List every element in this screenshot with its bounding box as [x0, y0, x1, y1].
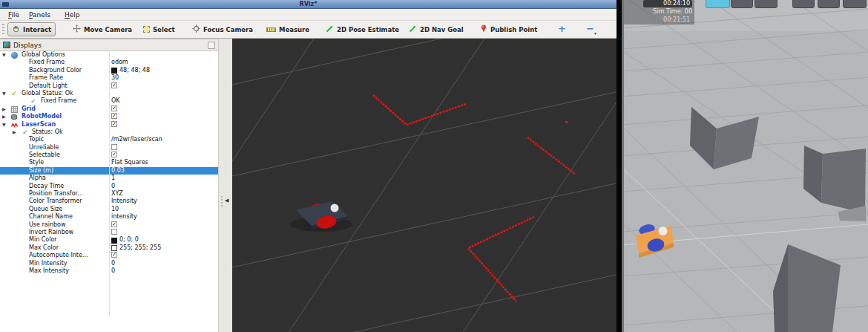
checkbox-checked[interactable]: ✓	[111, 121, 117, 127]
checkbox-checked[interactable]: ✓	[111, 252, 117, 258]
property-value[interactable]	[111, 144, 117, 150]
panel-resize-strip[interactable]: ◀	[218, 39, 232, 332]
checkbox-checked[interactable]: ✓	[111, 105, 117, 111]
color-swatch	[111, 68, 117, 74]
property-name: Default Light	[29, 82, 68, 90]
gazebo-toolbar-button-4[interactable]	[792, 0, 815, 8]
property-value[interactable]: odom	[111, 59, 128, 66]
tool-publish-point[interactable]: Publish Point	[476, 22, 541, 36]
checkbox-unchecked[interactable]	[111, 229, 117, 235]
value-text: 30	[111, 74, 119, 82]
expander-closed-icon[interactable]: ▶	[2, 105, 6, 113]
property-name: Selectable	[29, 152, 60, 159]
property-value[interactable]: 255; 255; 255	[111, 244, 161, 252]
expander-open-icon[interactable]: ▼	[2, 51, 6, 59]
checkbox-checked[interactable]: ✓	[111, 152, 117, 157]
remove-tool-button[interactable]: −	[586, 22, 594, 36]
value-text: 0	[111, 260, 115, 267]
value-text: 0	[111, 183, 115, 190]
gazebo-toolbar-button-2[interactable]	[731, 0, 753, 8]
checkbox-checked[interactable]: ✓	[111, 113, 117, 119]
tool-label: Interact	[23, 26, 51, 33]
tool-label: Select	[153, 26, 175, 33]
property-value[interactable]: 0	[111, 267, 115, 275]
ground-grid	[232, 39, 617, 332]
property-name: Queue Size	[29, 206, 62, 213]
gazebo-window[interactable]: 00:24:10 Sim Time: 00 00:21:51	[622, 0, 868, 332]
toolbar-grip[interactable]	[2, 24, 4, 35]
tool-measure[interactable]: Measure	[263, 22, 313, 36]
tool-label: Publish Point	[490, 26, 537, 33]
property-value[interactable]: XYZ	[111, 190, 123, 198]
collapse-panel-arrow-icon[interactable]: ◀	[225, 198, 228, 204]
value-text: 255; 255; 255	[119, 244, 161, 252]
tool-select[interactable]: Select	[139, 22, 179, 36]
property-value[interactable]: 30	[111, 74, 119, 82]
tool-label: 2D Pose Estimate	[337, 26, 399, 33]
expander-closed-icon[interactable]: ▶	[2, 113, 6, 120]
tool-move-camera[interactable]: Move Camera	[69, 22, 136, 36]
property-name: Decay Time	[29, 183, 64, 190]
property-value[interactable]: OK	[111, 97, 120, 105]
expander-open-icon[interactable]: ▼	[2, 121, 6, 128]
property-name: Frame Rate	[29, 74, 63, 82]
property-value[interactable]: 0.03	[111, 167, 125, 175]
property-value[interactable]: 0	[111, 183, 115, 190]
property-value[interactable]: ✓	[111, 252, 117, 258]
globe-icon	[11, 52, 18, 59]
color-swatch	[111, 238, 117, 244]
rviz-titlebar[interactable]: RViz*	[0, 0, 617, 9]
property-value[interactable]: ✓	[111, 121, 117, 127]
menu-item-panels[interactable]: Panels	[27, 9, 53, 21]
map-pin-icon	[480, 25, 487, 34]
gazebo-left-edge	[622, 0, 624, 332]
property-value[interactable]: 0; 0; 0	[111, 236, 139, 244]
resize-grip[interactable]	[221, 196, 223, 208]
tool-focus-camera[interactable]: Focus Camera	[188, 22, 257, 36]
displays-panel-title: Displays	[13, 42, 42, 49]
property-value[interactable]: intensity	[111, 213, 137, 221]
property-value[interactable]: ✓	[111, 105, 117, 111]
property-value[interactable]: 0	[111, 260, 115, 267]
property-value[interactable]: /m2wr/laser/scan	[111, 136, 162, 143]
property-value[interactable]: ✓	[111, 113, 117, 119]
gazebo-toolbar-button-3[interactable]	[754, 0, 777, 8]
property-value[interactable]	[111, 229, 117, 235]
property-value[interactable]: 10	[111, 206, 119, 213]
expander-open-icon[interactable]: ▼	[2, 90, 6, 97]
property-value[interactable]: Intensity	[111, 198, 137, 205]
toolbar-overflow-arrow-icon[interactable]: ▾	[594, 30, 596, 36]
value-text: 0; 0; 0	[119, 236, 139, 244]
checkbox-checked[interactable]: ✓	[111, 82, 117, 88]
laser-icon	[11, 122, 18, 128]
gazebo-time-overlay: 00:24:10 Sim Time: 00 00:21:51	[624, 0, 694, 25]
property-value[interactable]: Flat Squares	[111, 159, 148, 166]
gazebo-toolbar-button-1[interactable]	[706, 0, 730, 8]
gazebo-toolbar-button-6[interactable]	[843, 0, 867, 8]
panel-float-button[interactable]	[208, 42, 215, 49]
checkbox-checked[interactable]: ✓	[111, 221, 117, 227]
menu-item-help[interactable]: Help	[62, 9, 82, 21]
gazebo-toolbar-button-5[interactable]	[818, 0, 840, 8]
tool-2d-nav-goal[interactable]: 2D Nav Goal	[405, 22, 467, 36]
move-camera-icon	[73, 25, 81, 34]
sim-time-value: 00:21:51	[624, 16, 690, 24]
property-value[interactable]: 48; 48; 48	[111, 67, 150, 74]
property-value[interactable]: ✓	[111, 152, 117, 157]
color-swatch	[111, 245, 117, 251]
rviz-3d-viewport[interactable]	[232, 39, 617, 332]
check-icon: ✓	[11, 91, 18, 97]
property-value[interactable]: ✓	[111, 221, 117, 227]
window-icon	[2, 2, 9, 7]
checkbox-unchecked[interactable]	[111, 144, 117, 150]
menu-item-file[interactable]: File	[6, 9, 22, 21]
tool-2d-pose-estimate[interactable]: 2D Pose Estimate	[322, 22, 403, 36]
expander-closed-icon[interactable]: ▶	[13, 128, 16, 136]
gazebo-3d-scene	[622, 0, 868, 332]
sim-time-label: Sim Time: 00	[624, 8, 692, 16]
tool-interact[interactable]: Interact	[7, 22, 56, 36]
property-value[interactable]: 1	[111, 175, 115, 182]
add-tool-button[interactable]: +	[558, 22, 566, 36]
property-name: Unreliable	[29, 144, 59, 152]
property-value[interactable]: ✓	[111, 82, 117, 88]
